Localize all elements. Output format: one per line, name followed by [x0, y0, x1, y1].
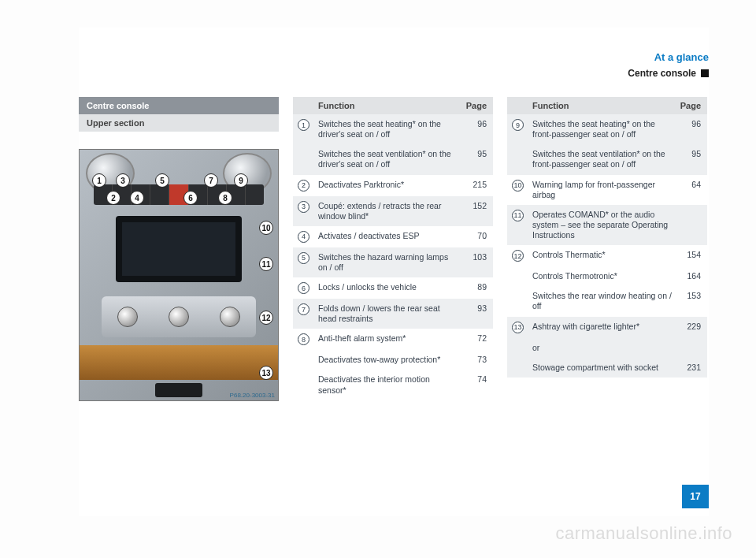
page-ref: 152	[461, 196, 493, 226]
table-row: 11Operates COMAND* or the audio system –…	[507, 205, 707, 245]
table-row: 3Coupé: extends / retracts the rear wind…	[293, 196, 493, 226]
table-row: 12Controls Thermatic*154	[507, 245, 707, 266]
table-row: or	[507, 338, 707, 358]
function-text: Warning lamp for front-passenger airbag	[529, 175, 676, 205]
row-number-icon: 2	[298, 180, 309, 192]
table-row: Stowage compartment with socket231	[507, 358, 707, 378]
page-ref: 96	[676, 114, 707, 144]
page-ref: 74	[461, 370, 493, 400]
callout-6: 6	[183, 191, 198, 205]
row-number-icon: 1	[298, 119, 309, 131]
function-text: Anti-theft alarm system*	[315, 329, 461, 350]
col-header-page: Page	[676, 97, 707, 114]
function-text: or	[529, 338, 676, 358]
callout-3: 3	[116, 173, 130, 188]
function-text: Switches the hazard warning lamps on / o…	[315, 247, 461, 277]
row-number-icon: 7	[298, 303, 309, 315]
page-ref: 95	[676, 144, 707, 174]
function-text: Deactivates tow-away protection*	[315, 350, 461, 370]
box-subtitle: Upper section	[79, 114, 279, 132]
page-ref: 93	[461, 299, 493, 329]
page-ref: 95	[461, 144, 493, 174]
chapter-title: At a glance	[628, 51, 709, 68]
watermark: carmanualsonline.info	[555, 523, 732, 544]
section-marker	[701, 69, 709, 77]
callout-5: 5	[155, 173, 169, 188]
page-ref: 229	[676, 317, 707, 338]
page-ref: 96	[461, 114, 493, 144]
centre-console-figure: 1 2 3 4 5 6 7 8 9 10 11 12 13 P68.20-300…	[79, 149, 279, 401]
row-number-icon: 13	[512, 322, 524, 333]
callout-10: 10	[259, 221, 273, 235]
section-title: Centre console	[628, 68, 696, 79]
row-number-icon: 6	[298, 282, 309, 294]
function-text: Folds down / lowers the rear seat head r…	[315, 299, 461, 329]
page-ref	[676, 205, 707, 245]
function-text: Locks / unlocks the vehicle	[315, 277, 461, 299]
function-text: Ashtray with cigarette lighter*	[529, 317, 676, 338]
function-text: Operates COMAND* or the audio system – s…	[529, 205, 676, 245]
page-ref: 231	[676, 358, 707, 378]
function-text: Deactivates the interior motion sensor*	[315, 370, 461, 400]
table-row: 7Folds down / lowers the rear seat head …	[293, 299, 493, 329]
box-title: Centre console	[79, 97, 279, 114]
function-text: Coupé: extends / retracts the rear windo…	[315, 196, 461, 226]
function-text: Controls Thermotronic*	[529, 266, 676, 286]
row-number-icon: 10	[512, 180, 524, 192]
col-header-page: Page	[461, 97, 493, 114]
callout-12: 12	[259, 311, 273, 325]
row-number-icon: 8	[298, 333, 309, 345]
left-column: Centre console Upper section 1 2 3	[79, 97, 279, 401]
page-ref: 89	[461, 277, 493, 299]
function-text: Switches the seat heating* on the driver…	[315, 114, 461, 144]
table-row: 9Switches the seat heating* on the front…	[507, 114, 707, 144]
page-ref: 164	[676, 266, 707, 286]
callout-1: 1	[92, 173, 106, 188]
row-number-icon: 5	[298, 252, 309, 264]
page-ref: 70	[461, 226, 493, 247]
page-ref: 215	[461, 175, 493, 196]
function-text: Deactivates Parktronic*	[315, 175, 461, 196]
page-ref: 103	[461, 247, 493, 277]
table-row: Deactivates the interior motion sensor*7…	[293, 370, 493, 400]
callout-13: 13	[259, 366, 273, 380]
function-text: Activates / deactivates ESP	[315, 226, 461, 247]
function-text: Switches the seat ventilation* on the fr…	[529, 144, 676, 174]
table-row: Switches the rear window heating on / of…	[507, 286, 707, 316]
callout-2: 2	[106, 191, 120, 205]
table-row: 8Anti-theft alarm system*72	[293, 329, 493, 350]
table-row: Switches the seat ventilation* on the dr…	[293, 144, 493, 174]
page-ref	[676, 338, 707, 358]
callout-9: 9	[234, 173, 248, 188]
table-row: 6Locks / unlocks the vehicle89	[293, 277, 493, 299]
function-table-1: Function Page 1Switches the seat heating…	[293, 97, 493, 401]
col-header-function: Function	[529, 97, 676, 114]
callout-7: 7	[204, 173, 218, 188]
page-ref: 73	[461, 350, 493, 370]
row-number-icon: 12	[512, 250, 524, 262]
page-ref: 64	[676, 175, 707, 205]
function-text: Controls Thermatic*	[529, 245, 676, 266]
table-row: Deactivates tow-away protection*73	[293, 350, 493, 370]
row-number-icon: 3	[298, 201, 309, 213]
figure-caption: P68.20-3003-31	[230, 392, 275, 399]
table-row: 4Activates / deactivates ESP70	[293, 226, 493, 247]
table-row: 5Switches the hazard warning lamps on / …	[293, 247, 493, 277]
row-number-icon: 11	[512, 210, 524, 221]
function-text: Switches the seat ventilation* on the dr…	[315, 144, 461, 174]
table-row: Switches the seat ventilation* on the fr…	[507, 144, 707, 174]
table-row: 10Warning lamp for front-passenger airba…	[507, 175, 707, 205]
callout-4: 4	[130, 191, 144, 205]
row-number-icon: 4	[298, 231, 309, 243]
page-ref: 154	[676, 245, 707, 266]
table-row: 13Ashtray with cigarette lighter*229	[507, 317, 707, 338]
table-row: 2Deactivates Parktronic*215	[293, 175, 493, 196]
table-row: Controls Thermotronic*164	[507, 266, 707, 286]
page-ref: 153	[676, 286, 707, 316]
table-row: 1Switches the seat heating* on the drive…	[293, 114, 493, 144]
callout-8: 8	[218, 191, 232, 205]
row-number-icon: 9	[512, 119, 524, 131]
function-text: Switches the seat heating* on the front-…	[529, 114, 676, 144]
function-text: Stowage compartment with socket	[529, 358, 676, 378]
page-number: 17	[682, 485, 709, 508]
